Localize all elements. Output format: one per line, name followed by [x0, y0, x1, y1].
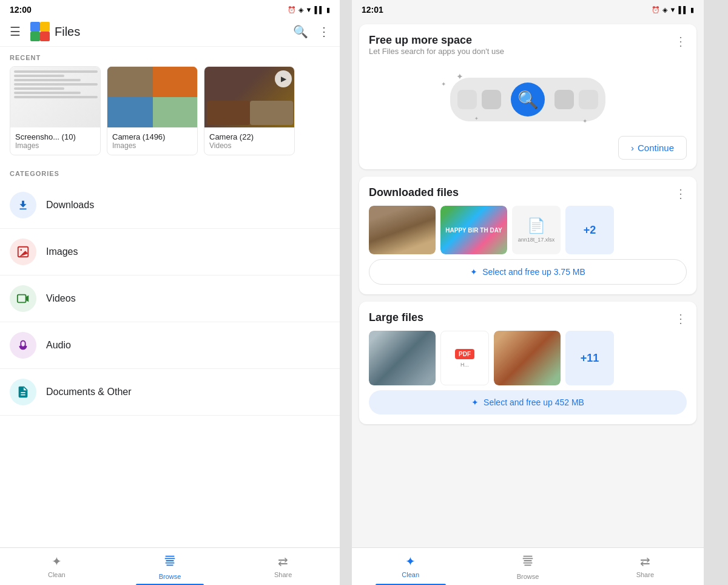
bottom-nav-right: ✦ Clean Browse ⇄ Share	[352, 547, 704, 585]
category-item-audio[interactable]: Audio	[0, 322, 340, 369]
category-name-audio: Audio	[46, 340, 71, 351]
room-photo-thumb[interactable]	[369, 331, 436, 385]
play-button-icon: ▶	[275, 70, 292, 87]
free-space-card: Free up more space Let Files search for …	[359, 24, 696, 169]
cooking-photo-thumb[interactable]	[494, 331, 561, 385]
nav-clean-left[interactable]: ✦ Clean	[0, 548, 113, 585]
signal-icon-right: ▌▌	[678, 6, 688, 13]
xlsx-icon: 📄	[527, 217, 545, 234]
top-bar-left: ☰ Files 🔍 ⋮	[0, 17, 340, 47]
free-space-title: Free up more space	[369, 34, 504, 47]
wifi-icon-right: ▼	[670, 6, 676, 13]
sparkle-select-icon: ✦	[470, 267, 477, 277]
right-content: Free up more space Let Files search for …	[352, 17, 704, 547]
category-item-downloads[interactable]: Downloads	[0, 182, 340, 229]
clean-nav-icon-right: ✦	[405, 554, 416, 569]
cam-cell-3	[107, 97, 153, 127]
continue-button[interactable]: › Continue	[618, 136, 687, 160]
nav-browse-right[interactable]: Browse	[469, 548, 586, 585]
continue-button-label: Continue	[638, 143, 674, 153]
more-options-icon[interactable]: ⋮	[318, 24, 330, 39]
recent-info-camera1: Camera (1496) Images	[107, 127, 197, 155]
line6	[14, 92, 81, 94]
status-bar-left: 12:00 ⏰ ◈ ▼ ▌▌ ▮	[0, 0, 340, 17]
category-name-videos: Videos	[46, 293, 76, 304]
documents-icon-wrap	[10, 379, 36, 405]
recent-card-camera2[interactable]: ▶ Camera (22) Videos	[204, 66, 295, 155]
browse-nav-label-right: Browse	[517, 573, 539, 580]
bottom-nav-left: ✦ Clean Browse ⇄ Share	[0, 547, 340, 585]
dog-photo-thumb[interactable]	[369, 206, 436, 254]
search-circle-icon: 🔍	[511, 83, 545, 117]
large-files-title: Large files	[369, 311, 423, 324]
category-item-videos[interactable]: Videos	[0, 276, 340, 322]
categories-list: Downloads Images Videos Audio	[0, 182, 340, 547]
line5	[14, 87, 64, 90]
line1	[14, 70, 98, 73]
recent-label: RECENT	[0, 47, 340, 66]
nav-clean-right[interactable]: ✦ Clean	[352, 548, 469, 585]
menu-icon[interactable]: ☰	[10, 24, 21, 39]
downloaded-more-icon[interactable]: ⋮	[675, 186, 687, 201]
right-phone: 12:01 ⏰ ◈ ▼ ▌▌ ▮ Free up more space Let …	[352, 0, 704, 585]
vid-cell-1	[207, 101, 250, 125]
documents-icon	[16, 385, 30, 399]
recent-type-camera1: Images	[112, 141, 192, 150]
browse-nav-icon-right	[521, 554, 534, 570]
search-icon[interactable]: 🔍	[293, 24, 308, 39]
images-icon	[16, 245, 30, 259]
category-name-images: Images	[46, 246, 78, 257]
status-icons-left: ⏰ ◈ ▼ ▌▌ ▮	[288, 6, 330, 14]
downloaded-header: Downloaded files ⋮	[369, 186, 687, 201]
large-files-card: Large files ⋮ PDF H... +11 ✦ Select and …	[359, 302, 696, 424]
app-icon-1	[457, 90, 477, 109]
category-item-images[interactable]: Images	[0, 229, 340, 276]
large-files-plus-count[interactable]: +11	[565, 331, 614, 385]
chevron-right-icon: ›	[631, 143, 634, 153]
category-item-documents[interactable]: Documents & Other	[0, 369, 340, 416]
browse-nav-icon-left	[163, 554, 177, 570]
focus-icon-right: ◈	[662, 6, 667, 14]
dog-image	[369, 206, 436, 254]
xlsx-file-thumb[interactable]: 📄 ann18t_17.xlsx	[512, 206, 561, 254]
line3	[14, 79, 81, 81]
select-free-downloaded-button[interactable]: ✦ Select and free up 3.75 MB	[369, 259, 687, 285]
recent-card-screenshot[interactable]: Screensho... (10) Images	[10, 66, 101, 155]
apps-pill: 🔍	[450, 78, 605, 121]
nav-share-left[interactable]: ⇄ Share	[226, 548, 340, 585]
cam-cell-2	[153, 67, 198, 97]
recent-card-camera1[interactable]: Camera (1496) Images	[107, 66, 198, 155]
images-icon-wrap	[10, 238, 36, 265]
audio-icon	[16, 339, 30, 352]
select-free-downloaded-label: Select and free up 3.75 MB	[482, 267, 585, 277]
downloaded-plus-count[interactable]: +2	[565, 206, 614, 254]
free-space-title-wrap: Free up more space Let Files search for …	[369, 34, 504, 63]
app-icon-2	[482, 90, 501, 109]
free-space-more-icon[interactable]: ⋮	[675, 34, 687, 49]
downloaded-title: Downloaded files	[369, 186, 459, 199]
share-nav-label-right: Share	[636, 571, 654, 578]
share-nav-icon-left: ⇄	[278, 554, 288, 569]
birthday-photo-thumb[interactable]: HAPPY BIR TH DAY	[440, 206, 507, 254]
videos-icon-wrap	[10, 285, 36, 312]
downloads-icon	[16, 198, 30, 212]
status-time-right: 12:01	[362, 5, 383, 15]
svg-rect-0	[30, 22, 40, 32]
app-logo: Files	[30, 22, 293, 41]
free-space-header: Free up more space Let Files search for …	[369, 34, 687, 63]
pdf-thumb[interactable]: PDF H...	[440, 331, 489, 385]
line4	[14, 83, 98, 86]
select-free-large-button[interactable]: ✦ Select and free up 452 MB	[369, 390, 687, 414]
nav-browse-left[interactable]: Browse	[113, 548, 227, 585]
camera1-thumb	[107, 67, 198, 127]
large-files-more-icon[interactable]: ⋮	[675, 311, 687, 326]
browse-nav-label-left: Browse	[159, 573, 181, 580]
wifi-icon: ▼	[306, 6, 312, 13]
recent-type-screenshot: Images	[15, 141, 95, 150]
status-icons-right: ⏰ ◈ ▼ ▌▌ ▮	[652, 6, 694, 14]
continue-btn-wrap: › Continue	[369, 129, 687, 160]
nav-share-right[interactable]: ⇄ Share	[587, 548, 704, 585]
app-icons-container: ✦ ✦ ✦ ✦ 🔍	[450, 78, 605, 121]
pdf-badge: PDF	[455, 349, 474, 359]
cooking-image	[494, 331, 561, 385]
